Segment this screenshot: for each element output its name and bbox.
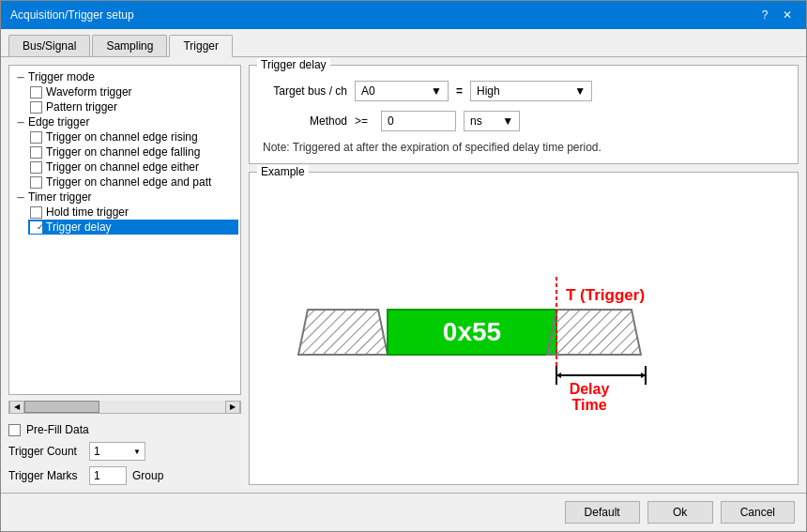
tabs-bar: Bus/Signal Sampling Trigger [1, 29, 806, 57]
bottom-controls: Pre-Fill Data Trigger Count 1 ▼ Trigger … [8, 419, 241, 485]
svg-marker-1 [298, 310, 388, 355]
prefill-label: Pre-Fill Data [26, 423, 89, 436]
dropdown-arrow-high: ▼ [574, 84, 586, 98]
svg-text:0x55: 0x55 [443, 317, 501, 346]
method-label: Method [263, 114, 347, 128]
trigger-count-dropdown[interactable]: 1 ▼ [89, 442, 145, 461]
method-value-input[interactable] [381, 111, 456, 131]
tab-sampling[interactable]: Sampling [92, 35, 167, 56]
close-button[interactable]: ✕ [778, 6, 797, 24]
cancel-button[interactable]: Cancel [721, 501, 795, 524]
dropdown-arrow-unit: ▼ [502, 114, 513, 128]
example-content: 0x55 T (Trigger) [263, 191, 784, 475]
title-bar: Acquisition/Trigger setup ? ✕ [1, 1, 806, 29]
checkbox-pattern[interactable] [30, 101, 42, 114]
target-bus-dropdown[interactable]: A0 ▼ [355, 81, 449, 101]
action-bar: Default Ok Cancel [1, 493, 806, 531]
gte-sign: >= [355, 114, 368, 128]
tree-item-trigger-delay[interactable]: ✓ Trigger delay [28, 220, 238, 235]
target-bus-label: Target bus / ch [263, 84, 347, 98]
left-panel: ─ Trigger mode Waveform trigger Pattern … [8, 65, 241, 485]
group-label: Group [132, 469, 163, 482]
help-button[interactable]: ? [755, 6, 774, 24]
svg-text:Time: Time [571, 397, 606, 413]
trigger-count-row: Trigger Count 1 ▼ [8, 442, 241, 461]
svg-text:Delay: Delay [570, 381, 610, 397]
tree-item-edge-either[interactable]: Trigger on channel edge either [28, 160, 238, 175]
expand-icon: ─ [13, 72, 28, 83]
title-controls: ? ✕ [755, 6, 797, 24]
scroll-right-arrow[interactable]: ▶ [225, 401, 240, 414]
scroll-left-arrow[interactable]: ◀ [9, 401, 24, 414]
main-window: Acquisition/Trigger setup ? ✕ Bus/Signal… [0, 0, 807, 532]
tree-item-edge-falling[interactable]: Trigger on channel edge falling [28, 144, 238, 160]
unit-dropdown[interactable]: ns ▼ [464, 111, 520, 131]
target-bus-row: Target bus / ch A0 ▼ = High ▼ [263, 81, 784, 101]
trigger-delay-section: Trigger delay Target bus / ch A0 ▼ = Hig… [249, 65, 799, 164]
high-value-dropdown[interactable]: High ▼ [470, 81, 592, 101]
expand-icon-timer: ─ [13, 192, 28, 203]
tree-item-waveform-trigger[interactable]: Waveform trigger [28, 84, 238, 99]
expand-icon-edge: ─ [13, 117, 28, 128]
note-row: Note: Triggered at after the expiration … [263, 141, 784, 154]
checkbox-hold-time[interactable] [30, 206, 42, 219]
trigger-marks-input[interactable] [89, 466, 127, 485]
trigger-marks-label: Trigger Marks [8, 469, 84, 482]
scrollbar-thumb-h[interactable] [24, 401, 99, 413]
tree-container[interactable]: ─ Trigger mode Waveform trigger Pattern … [8, 65, 241, 395]
dropdown-arrow-icon: ▼ [133, 448, 141, 456]
trigger-delay-title: Trigger delay [257, 58, 330, 71]
tree-item-edge-rising[interactable]: Trigger on channel edge rising [28, 129, 238, 144]
tree-item-edge-patt[interactable]: Trigger on channel edge and patt [28, 175, 238, 190]
trigger-delay-content: Target bus / ch A0 ▼ = High ▼ Metho [263, 81, 784, 154]
horizontal-scrollbar[interactable]: ◀ ▶ [8, 401, 241, 414]
checkbox-edge-falling[interactable] [30, 146, 42, 159]
trigger-count-label: Trigger Count [8, 445, 84, 458]
checkbox-edge-patt[interactable] [30, 176, 42, 189]
checkbox-edge-either[interactable] [30, 161, 42, 174]
window-title: Acquisition/Trigger setup [10, 8, 134, 22]
checkbox-waveform[interactable] [30, 86, 42, 99]
svg-text:T (Trigger): T (Trigger) [566, 286, 645, 304]
equals-sign: = [456, 84, 463, 98]
tab-trigger[interactable]: Trigger [169, 35, 233, 57]
main-content: ─ Trigger mode Waveform trigger Pattern … [1, 57, 806, 493]
tree-item-edge-trigger[interactable]: ─ Edge trigger [11, 114, 238, 129]
waveform-svg: 0x55 T (Trigger) [263, 249, 784, 418]
trigger-marks-row: Trigger Marks Group [8, 466, 241, 485]
tree-item-timer-trigger[interactable]: ─ Timer trigger [11, 190, 238, 205]
note-text: Note: Triggered at after the expiration … [263, 141, 601, 154]
tab-bus-signal[interactable]: Bus/Signal [8, 35, 90, 56]
dropdown-arrow-bus: ▼ [431, 84, 442, 98]
example-title: Example [257, 165, 309, 178]
tree-item-trigger-mode[interactable]: ─ Trigger mode [11, 69, 238, 84]
tree-item-pattern-trigger[interactable]: Pattern trigger [28, 99, 238, 114]
right-panel: Trigger delay Target bus / ch A0 ▼ = Hig… [249, 65, 799, 485]
prefill-row: Pre-Fill Data [8, 423, 241, 436]
checkbox-edge-rising[interactable] [30, 131, 42, 144]
tree-item-hold-time[interactable]: Hold time trigger [28, 205, 238, 220]
method-row: Method >= ns ▼ [263, 111, 784, 131]
ok-button[interactable]: Ok [647, 501, 713, 524]
default-button[interactable]: Default [565, 501, 640, 524]
prefill-checkbox[interactable] [8, 424, 21, 436]
checkbox-trigger-delay[interactable]: ✓ [30, 221, 42, 234]
svg-marker-4 [547, 310, 641, 355]
example-section: Example 0x55 [249, 172, 799, 485]
